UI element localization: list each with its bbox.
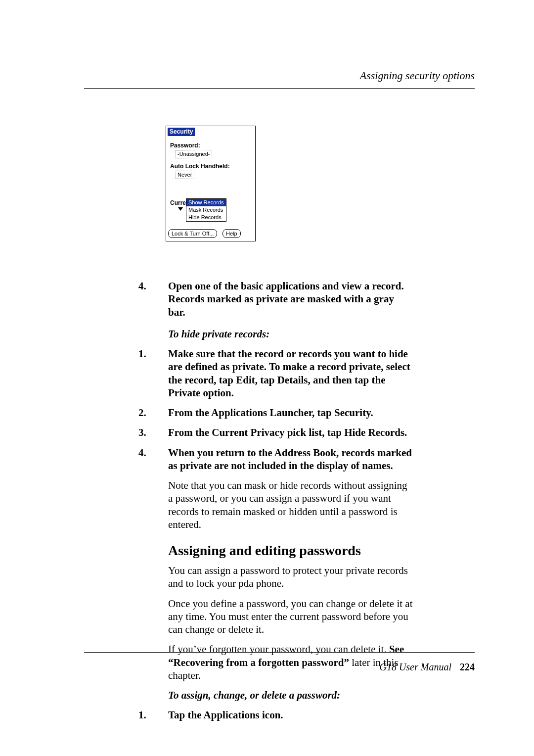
step-b4: 4. When you return to the Address Book, … (138, 446, 413, 472)
step-b3: 3. From the Current Privacy pick list, t… (138, 426, 413, 439)
security-screenshot: Security Password: -Unassigned- Auto Loc… (166, 126, 256, 241)
page-number: 224 (460, 662, 475, 672)
current-privacy-label-truncated: Curre (170, 199, 186, 206)
autolock-field[interactable]: Never (175, 171, 194, 179)
dropdown-option-show[interactable]: Show Records (186, 199, 226, 206)
step-number: 3. (138, 426, 146, 439)
autolock-label: Auto Lock Handheld: (170, 163, 230, 170)
note-paragraph: Note that you can mask or hide records w… (168, 479, 413, 531)
step-text: Tap the Applications icon. (168, 709, 283, 721)
dropdown-caret-icon[interactable] (178, 207, 183, 211)
dropdown-option-mask[interactable]: Mask Records (186, 206, 226, 214)
footer-rule (84, 652, 475, 653)
step-number: 4. (138, 280, 146, 292)
step-number: 4. (138, 446, 146, 459)
header-rule (84, 88, 475, 89)
help-button[interactable]: Help (222, 229, 241, 238)
subheading-hide-records: To hide private records: (168, 328, 413, 340)
step-b1: 1. Make sure that the record or records … (138, 347, 413, 399)
manual-name: G18 User Manual (379, 662, 451, 672)
page-header: Assigning security options (84, 69, 475, 93)
running-head: Assigning security options (84, 69, 475, 82)
step-text: Open one of the basic applications and v… (168, 280, 404, 318)
step-text: When you return to the Address Book, rec… (168, 447, 412, 472)
footer-line: G18 User Manual 224 (84, 662, 475, 673)
step-b2: 2. From the Applications Launcher, tap S… (138, 406, 413, 419)
dropdown-option-hide[interactable]: Hide Records (186, 214, 226, 221)
palm-titlebar: Security (168, 128, 195, 136)
step-number: 2. (138, 406, 146, 419)
password-para2: Once you define a password, you can chan… (168, 597, 413, 636)
password-para1: You can assign a password to protect you… (168, 564, 413, 590)
step-text: From the Applications Launcher, tap Secu… (168, 407, 373, 419)
step-c1: 1. Tap the Applications icon. (138, 709, 413, 721)
step-number: 1. (138, 347, 146, 360)
page-footer: G18 User Manual 224 (84, 648, 475, 673)
lock-turn-off-button[interactable]: Lock & Turn Off... (168, 229, 217, 238)
step-a4: 4. Open one of the basic applications an… (138, 280, 413, 319)
password-field[interactable]: -Unassigned- (175, 150, 212, 158)
step-number: 1. (138, 709, 146, 721)
step-text: From the Current Privacy pick list, tap … (168, 426, 407, 438)
section-heading: Assigning and editing passwords (168, 542, 413, 559)
step-text: Make sure that the record or records you… (168, 348, 410, 399)
privacy-dropdown[interactable]: Show Records Mask Records Hide Records (186, 198, 226, 222)
subheading-assign-password: To assign, change, or delete a password: (168, 689, 413, 702)
password-label: Password: (170, 142, 200, 149)
